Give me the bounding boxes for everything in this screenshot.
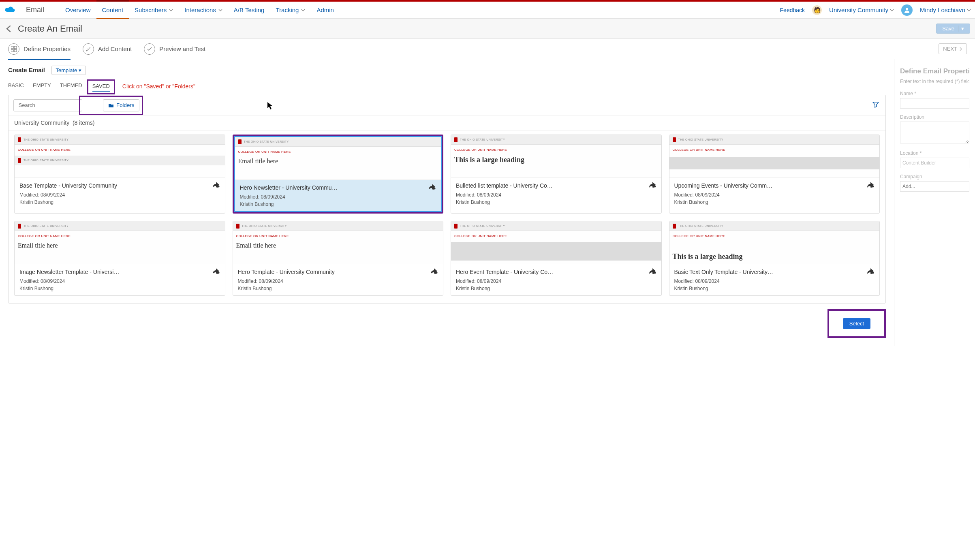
name-input[interactable] xyxy=(900,98,969,109)
card-author: Kristin Bushong xyxy=(456,286,656,291)
back-arrow-icon[interactable] xyxy=(5,25,13,33)
card-title: Upcoming Events - University Comm… xyxy=(674,182,864,189)
app-name: Email xyxy=(26,6,44,14)
user-dropdown[interactable]: Mindy Loschiavo xyxy=(920,6,971,13)
pencil-icon xyxy=(83,43,94,55)
wizard-steps: Define Properties Add Content Preview an… xyxy=(0,39,975,59)
cursor-icon xyxy=(267,102,274,110)
template-thumbnail: THE OHIO STATE UNIVERSITYCOLLEGE OR UNIT… xyxy=(669,135,880,178)
svg-rect-2 xyxy=(14,46,17,49)
annotation-highlight: Select xyxy=(827,309,886,338)
template-card[interactable]: THE OHIO STATE UNIVERSITYCOLLEGE OR UNIT… xyxy=(451,135,662,214)
card-title: Hero Event Template - University Co… xyxy=(456,269,646,275)
user-avatar-icon[interactable] xyxy=(901,4,913,16)
nav-overview[interactable]: Overview xyxy=(60,2,96,19)
campaign-input[interactable] xyxy=(900,181,969,192)
svg-point-21 xyxy=(871,272,872,274)
template-card[interactable]: THE OHIO STATE UNIVERSITYCOLLEGE OR UNIT… xyxy=(14,221,225,296)
template-card[interactable]: THE OHIO STATE UNIVERSITYCOLLEGE OR UNIT… xyxy=(669,135,880,214)
step-label: Define Properties xyxy=(24,45,71,52)
check-icon xyxy=(144,43,155,55)
hint-text: Click on "Saved" or "Folders" xyxy=(122,83,195,90)
card-author: Kristin Bushong xyxy=(674,286,875,291)
card-modified: Modified: 08/09/2024 xyxy=(238,278,438,284)
sub-header: Create An Email Save▾ xyxy=(0,19,975,39)
template-dropdown[interactable]: Template ▾ xyxy=(51,66,86,75)
nav-admin[interactable]: Admin xyxy=(311,2,340,19)
card-author: Kristin Bushong xyxy=(240,201,436,207)
tab-empty[interactable]: EMPTY xyxy=(33,82,51,90)
step-preview-test[interactable]: Preview and Test xyxy=(144,43,205,55)
template-card[interactable]: THE OHIO STATE UNIVERSITYCOLLEGE OR UNIT… xyxy=(233,221,444,296)
template-tabs: BASIC EMPTY THEMED SAVED Click on "Saved… xyxy=(8,82,886,90)
nav-content[interactable]: Content xyxy=(96,2,129,19)
svg-point-15 xyxy=(216,272,218,274)
svg-point-11 xyxy=(653,186,654,188)
card-modified: Modified: 08/09/2024 xyxy=(19,278,220,284)
svg-rect-3 xyxy=(11,49,13,52)
svg-rect-1 xyxy=(11,46,13,49)
nav-interactions[interactable]: Interactions xyxy=(179,2,228,19)
svg-point-19 xyxy=(653,272,654,274)
top-nav: Email OverviewContentSubscribers Interac… xyxy=(0,2,975,19)
nav-a-b-testing[interactable]: A/B Testing xyxy=(228,2,270,19)
annotation-highlight: Folders xyxy=(79,96,143,115)
card-modified: Modified: 08/09/2024 xyxy=(19,192,220,198)
template-card[interactable]: THE OHIO STATE UNIVERSITYCOLLEGE OR UNIT… xyxy=(669,221,880,296)
save-button[interactable]: Save▾ xyxy=(936,24,970,34)
properties-help: Enter text in the required (*) field xyxy=(900,79,969,84)
page-title: Create An Email xyxy=(18,24,82,34)
select-button[interactable]: Select xyxy=(843,318,870,329)
step-add-content[interactable]: Add Content xyxy=(83,43,132,55)
tab-saved[interactable]: SAVED xyxy=(92,83,110,92)
tab-basic[interactable]: BASIC xyxy=(8,82,24,90)
svg-point-17 xyxy=(434,272,436,274)
cartoon-avatar-icon[interactable]: 🧑 xyxy=(812,5,822,15)
svg-point-13 xyxy=(871,186,872,188)
share-icon xyxy=(213,268,220,275)
card-author: Kristin Bushong xyxy=(19,286,220,291)
share-icon xyxy=(649,182,656,189)
card-title: Basic Text Only Template - University… xyxy=(674,269,864,275)
panel-breadcrumb: University Community (8 items) xyxy=(9,115,885,130)
name-label: Name * xyxy=(900,91,969,96)
filter-icon[interactable] xyxy=(871,100,881,111)
template-card[interactable]: THE OHIO STATE UNIVERSITYCOLLEGE OR UNIT… xyxy=(14,135,225,214)
share-icon xyxy=(649,268,656,275)
step-label: Add Content xyxy=(98,45,132,52)
template-card[interactable]: THE OHIO STATE UNIVERSITYCOLLEGE OR UNIT… xyxy=(451,221,662,296)
folder-icon xyxy=(108,103,114,108)
card-modified: Modified: 08/09/2024 xyxy=(674,192,875,198)
search-input[interactable] xyxy=(13,99,82,111)
card-title: Hero Newsletter - University Commu… xyxy=(240,184,426,191)
template-thumbnail: THE OHIO STATE UNIVERSITYCOLLEGE OR UNIT… xyxy=(669,221,880,264)
template-thumbnail: THE OHIO STATE UNIVERSITYCOLLEGE OR UNIT… xyxy=(235,137,441,180)
template-thumbnail: THE OHIO STATE UNIVERSITYCOLLEGE OR UNIT… xyxy=(451,135,661,178)
card-author: Kristin Bushong xyxy=(456,199,656,205)
share-icon xyxy=(213,182,220,189)
nav-tracking[interactable]: Tracking xyxy=(270,2,311,19)
template-card[interactable]: THE OHIO STATE UNIVERSITYCOLLEGE OR UNIT… xyxy=(233,135,444,214)
template-thumbnail: THE OHIO STATE UNIVERSITYCOLLEGE OR UNIT… xyxy=(15,221,225,264)
nav-subscribers[interactable]: Subscribers xyxy=(129,2,179,19)
template-panel: Folders University Community (8 items) T… xyxy=(8,95,886,304)
next-button[interactable]: NEXT xyxy=(939,43,967,54)
card-title: Base Template - University Community xyxy=(19,182,210,189)
description-label: Description xyxy=(900,114,969,120)
step-define-properties[interactable]: Define Properties xyxy=(8,43,71,55)
card-author: Kristin Bushong xyxy=(238,286,438,291)
feedback-link[interactable]: Feedback xyxy=(780,7,805,13)
svg-rect-4 xyxy=(14,49,17,52)
folders-button[interactable]: Folders xyxy=(103,99,139,111)
org-dropdown[interactable]: University Community xyxy=(829,6,894,13)
card-title: Hero Template - University Community xyxy=(238,269,428,275)
share-icon xyxy=(867,268,875,275)
description-input[interactable] xyxy=(900,122,969,143)
card-modified: Modified: 08/09/2024 xyxy=(456,278,656,284)
svg-point-9 xyxy=(432,188,434,190)
template-thumbnail: THE OHIO STATE UNIVERSITYCOLLEGE OR UNIT… xyxy=(451,221,661,264)
tab-themed[interactable]: THEMED xyxy=(60,82,82,90)
grid-icon xyxy=(8,43,19,55)
location-input[interactable] xyxy=(900,158,969,168)
share-icon xyxy=(431,268,438,275)
